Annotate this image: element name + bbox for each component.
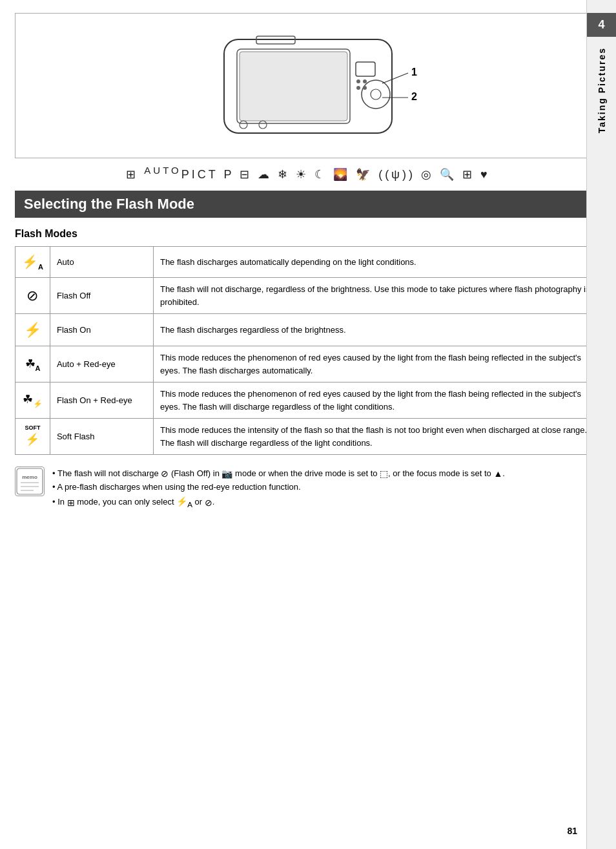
flash-off-inline-icon: ⊘ [161, 466, 169, 481]
memo-list: The flash will not discharge ⊘ (Flash Of… [52, 466, 505, 511]
memo-item-2: A pre-flash discharges when using the re… [52, 481, 505, 494]
focus-mode-icon: ▲ [493, 466, 502, 481]
movie-mode-icon: 📷 [221, 466, 232, 481]
chapter-number: 4 [587, 13, 616, 37]
flash-name-off: Flash Off [50, 278, 153, 314]
table-row: ⚡A Auto The flash discharges automatical… [15, 247, 601, 278]
memo-box: memo The flash will not discharge ⊘ (Fla… [15, 466, 601, 511]
table-row: ☘⚡ Flash On + Red-eye This mode reduces … [15, 383, 601, 419]
grid-mode-inline-icon: ⊞ [67, 496, 75, 510]
camera-image: 1 2 [185, 26, 431, 145]
memo-icon: memo [15, 466, 45, 496]
flash-icon-on-redeye: ☘⚡ [15, 383, 50, 419]
memo-content: The flash will not discharge ⊘ (Flash Of… [52, 466, 505, 511]
flash-icon-auto: ⚡A [15, 247, 50, 278]
flash-name-on-redeye: Flash On + Red-eye [50, 383, 153, 419]
flash-icon-soft: SOFT⚡ [15, 419, 50, 455]
camera-svg: 1 2 [185, 26, 431, 143]
flash-desc-auto: The flash discharges automatically depen… [153, 247, 601, 278]
svg-point-7 [363, 79, 367, 83]
table-row: ☘A Auto + Red-eye This mode reduces the … [15, 346, 601, 383]
auto-flash-inline-icon: ⚡A [176, 494, 192, 510]
flash-desc-auto-redeye: This mode reduces the phenomenon of red … [153, 346, 601, 383]
svg-rect-2 [240, 52, 347, 121]
memo-item-3: In ⊞ mode, you can only select ⚡A or ⊘. [52, 494, 505, 510]
drive-mode-icon: ⬚ [380, 466, 388, 481]
svg-text:2: 2 [411, 91, 417, 102]
svg-point-9 [363, 86, 367, 90]
right-sidebar: 4 Taking Pictures [586, 0, 616, 849]
flash-desc-on-redeye: This mode reduces the phenomenon of red … [153, 383, 601, 419]
flash-desc-on: The flash discharges regardless of the b… [153, 314, 601, 346]
table-row: SOFT⚡ Soft Flash This mode reduces the i… [15, 419, 601, 455]
svg-point-16 [259, 121, 267, 129]
flash-name-soft: Soft Flash [50, 419, 153, 455]
svg-line-10 [382, 73, 408, 83]
mode-icons: ⊞ AUTOPICT P ⊟ ☁ ❄ ☀ ☾ 🌄 🦅 ((ψ)) ◎ 🔍 ⊞ ♥ [126, 168, 489, 181]
svg-point-6 [356, 79, 360, 83]
subsection-heading: Flash Modes [15, 228, 601, 240]
table-row: ⚡ Flash On The flash discharges regardle… [15, 314, 601, 346]
flash-name-auto: Auto [50, 247, 153, 278]
svg-point-15 [240, 121, 247, 129]
flash-name-auto-redeye: Auto + Red-eye [50, 346, 153, 383]
page-content: 1 2 ⊞ AUTOPICT P ⊟ ☁ ❄ ☀ ☾ 🌄 🦅 ((ψ)) ◎ 🔍… [15, 0, 601, 524]
svg-text:memo: memo [22, 474, 37, 480]
flash-desc-soft: This mode reduces the intensity of the f… [153, 419, 601, 455]
flash-icon-auto-redeye: ☘A [15, 346, 50, 383]
svg-rect-3 [356, 62, 375, 76]
flash-icon-off: ⊘ [15, 278, 50, 314]
flash-icon-on: ⚡ [15, 314, 50, 346]
memo-item-1: The flash will not discharge ⊘ (Flash Of… [52, 466, 505, 481]
table-row: ⊘ Flash Off The flash will not discharge… [15, 278, 601, 314]
svg-text:1: 1 [411, 67, 417, 78]
camera-diagram: 1 2 [15, 13, 601, 158]
svg-point-8 [356, 86, 360, 90]
section-heading: Selecting the Flash Mode [15, 191, 601, 218]
svg-point-4 [362, 80, 390, 109]
flash-modes-table: ⚡A Auto The flash discharges automatical… [15, 246, 601, 455]
flash-desc-off: The flash will not discharge, regardless… [153, 278, 601, 314]
page-number: 81 [567, 826, 577, 836]
chapter-label: Taking Pictures [597, 47, 607, 133]
mode-icons-bar: ⊞ AUTOPICT P ⊟ ☁ ❄ ☀ ☾ 🌄 🦅 ((ψ)) ◎ 🔍 ⊞ ♥ [15, 165, 601, 182]
flash-name-on: Flash On [50, 314, 153, 346]
svg-point-5 [371, 89, 381, 100]
flash-off-icon2: ⊘ [205, 496, 212, 510]
